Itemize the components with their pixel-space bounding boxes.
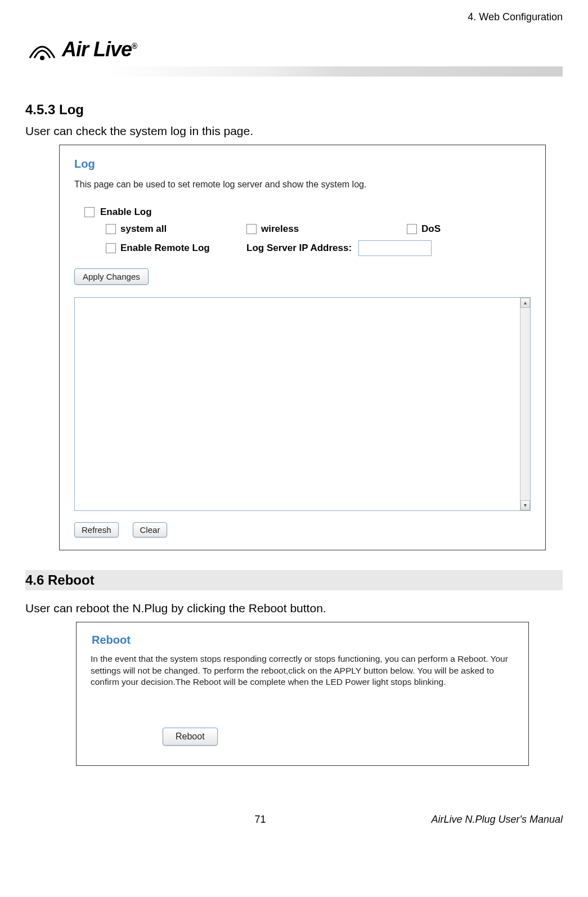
- reboot-button-row: Reboot: [163, 728, 514, 746]
- brand-logo: Air Live®: [25, 35, 563, 64]
- log-panel-description: This page can be used to set remote log …: [74, 178, 534, 191]
- page-footer: 71 AirLive N.Plug User's Manual: [25, 814, 563, 826]
- dos-checkbox[interactable]: [407, 224, 417, 234]
- scrollbar[interactable]: ▴ ▾: [520, 298, 530, 510]
- dos-label: DoS: [421, 223, 441, 235]
- page-header: 4. Web Configuration: [25, 11, 563, 23]
- registered-icon: ®: [132, 42, 137, 51]
- refresh-button[interactable]: Refresh: [74, 522, 119, 537]
- log-page-screenshot: Log This page can be used to set remote …: [59, 145, 546, 550]
- text-log-intro: User can check the system log in this pa…: [25, 124, 563, 138]
- enable-log-checkbox[interactable]: [84, 207, 95, 217]
- remote-log-row: Enable Remote Log Log Server IP Address:: [106, 240, 534, 256]
- scroll-up-icon[interactable]: ▴: [520, 298, 530, 308]
- reboot-page-screenshot: Reboot In the event that the system stop…: [76, 622, 529, 766]
- system-all-option: system all: [106, 223, 246, 235]
- log-sub-options-row: system all wireless DoS: [106, 223, 534, 235]
- reboot-panel-title: Reboot: [92, 634, 514, 647]
- header-gradient-divider: [106, 66, 563, 77]
- manual-title: AirLive N.Plug User's Manual: [383, 814, 563, 826]
- reboot-panel-description: In the event that the system stops respo…: [91, 653, 514, 689]
- apply-row: Apply Changes: [74, 268, 534, 285]
- log-buttons-row: Refresh Clear: [74, 522, 534, 540]
- heading-reboot: 4.6 Reboot: [25, 570, 563, 590]
- wireless-option: wireless: [246, 223, 407, 235]
- logo-text: Air Live®: [62, 38, 137, 61]
- logo-name: Air Live: [62, 38, 132, 61]
- log-options-group: Enable Log system all wireless DoS Enabl…: [84, 207, 534, 256]
- text-reboot-intro: User can reboot the N.Plug by clicking t…: [25, 602, 563, 615]
- log-text-area[interactable]: ▴ ▾: [74, 297, 531, 511]
- page-number: 71: [254, 814, 266, 826]
- wireless-checkbox[interactable]: [246, 224, 257, 234]
- enable-remote-label: Enable Remote Log: [120, 243, 210, 254]
- enable-log-label: Enable Log: [100, 207, 152, 218]
- wireless-label: wireless: [261, 223, 299, 235]
- enable-log-row: Enable Log: [84, 207, 534, 218]
- dos-option: DoS: [407, 223, 534, 235]
- ip-address-input[interactable]: [358, 240, 432, 256]
- reboot-button[interactable]: Reboot: [163, 728, 218, 746]
- ip-address-label: Log Server IP Address:: [246, 243, 352, 254]
- system-all-label: system all: [120, 223, 167, 235]
- svg-point-0: [40, 56, 44, 60]
- enable-remote-checkbox[interactable]: [106, 243, 116, 253]
- clear-button[interactable]: Clear: [133, 522, 168, 537]
- heading-log: 4.5.3 Log: [25, 102, 563, 118]
- scroll-down-icon[interactable]: ▾: [520, 500, 530, 510]
- chapter-label: 4. Web Configuration: [468, 11, 563, 23]
- apply-changes-button[interactable]: Apply Changes: [74, 268, 149, 285]
- log-panel-title: Log: [74, 158, 534, 171]
- wifi-arc-icon: [25, 35, 59, 64]
- system-all-checkbox[interactable]: [106, 224, 116, 234]
